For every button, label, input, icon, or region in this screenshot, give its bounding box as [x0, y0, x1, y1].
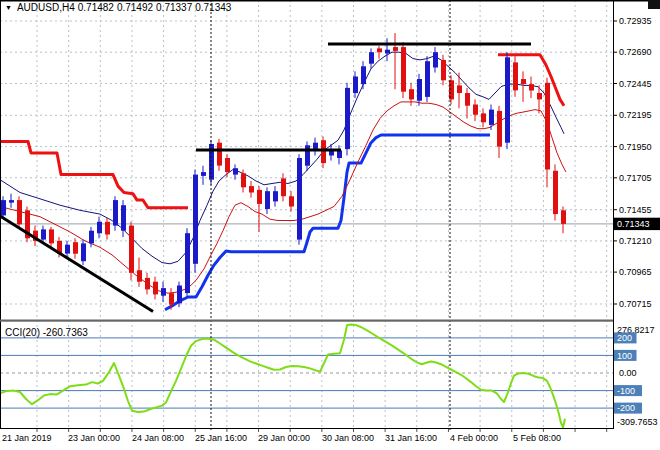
candle-body [273, 191, 278, 201]
plot-area[interactable] [0, 0, 613, 428]
cci-level-badge-label: -200 [617, 403, 635, 413]
candle-body [377, 48, 382, 52]
cci-zero-label: 0.00 [619, 368, 637, 378]
candle-body [105, 222, 110, 235]
candle-body [345, 88, 350, 149]
cci-level-badge-label: 200 [617, 333, 632, 343]
candle-body [289, 196, 294, 206]
candle-body [409, 89, 414, 99]
candle-body [417, 79, 422, 101]
candle-body [561, 210, 566, 224]
time-axis-label: 25 Jan 16:00 [195, 433, 247, 443]
candle-body [257, 190, 262, 204]
candle-body [65, 245, 70, 254]
pane-separator[interactable] [0, 320, 613, 322]
candle-body [49, 229, 54, 243]
candle-body [401, 47, 406, 92]
price-axis-label: 0.72445 [619, 79, 652, 89]
ohlc-close: 0.71343 [195, 2, 231, 13]
candle-body [529, 84, 534, 90]
candle-body [233, 168, 238, 174]
candle-body [217, 143, 222, 166]
candle-body [481, 113, 486, 122]
candle-body [353, 77, 358, 94]
time-axis-label: 5 Feb 08:00 [513, 433, 561, 443]
candle-body [489, 110, 494, 125]
cci-level-badge-label: -100 [617, 386, 635, 396]
price-axis-label: 0.71950 [619, 142, 652, 152]
candle-body [537, 93, 542, 99]
candle-body [201, 172, 206, 176]
candle-body [305, 145, 310, 165]
candle-body [425, 61, 430, 97]
candle-body [281, 178, 286, 196]
candle-body [161, 288, 166, 296]
candle-body [169, 293, 174, 305]
chart-title: ▼AUDUSD,H40.714820.714920.713370.71343 [5, 2, 234, 13]
ohlc-high: 0.71492 [117, 2, 153, 13]
cci-min-label: -309.7653 [617, 417, 658, 427]
candle-body [369, 52, 374, 64]
price-axis-label: 0.72935 [619, 16, 652, 26]
candle-body [265, 191, 270, 209]
candle-body [113, 200, 118, 226]
candle-body [433, 52, 438, 67]
candle-body [1, 200, 6, 215]
candle-body [249, 186, 254, 192]
candle-body [385, 50, 390, 54]
price-axis-label: 0.71455 [619, 205, 652, 215]
price-axis-label: 0.71705 [619, 173, 652, 183]
candle-body [473, 105, 478, 115]
candle-body [153, 282, 158, 295]
time-axis-label: 24 Jan 08:00 [132, 433, 184, 443]
time-axis-label: 29 Jan 00:00 [258, 433, 310, 443]
candle-body [321, 140, 326, 163]
price-axis-label: 0.70965 [619, 267, 652, 277]
candle-body [193, 175, 198, 264]
candle-body [441, 60, 446, 80]
candle-body [497, 111, 502, 147]
candle-body [553, 171, 558, 214]
chart-corner-box [648, 0, 660, 9]
candle-body [505, 57, 510, 142]
time-axis-label: 31 Jan 16:00 [385, 433, 437, 443]
candle-body [337, 150, 342, 158]
candle-body [457, 85, 462, 93]
ohlc-open: 0.71482 [78, 2, 114, 13]
candle-body [129, 226, 134, 273]
time-axis-label: 23 Jan 00:00 [68, 433, 120, 443]
candle-body [41, 229, 46, 239]
candle-body [121, 205, 126, 231]
cci-level-badge-label: 100 [617, 351, 632, 361]
current-price-badge-label: 0.71343 [617, 219, 650, 229]
ohlc-low: 0.71337 [156, 2, 192, 13]
symbol-period-label: AUDUSD,H4 [17, 2, 75, 13]
time-axis-label: 4 Feb 00:00 [450, 433, 498, 443]
candle-body [393, 47, 398, 51]
candle-body [545, 83, 550, 170]
time-axis-label: 30 Jan 08:00 [322, 433, 374, 443]
candle-body [145, 278, 150, 290]
candle-body [185, 233, 190, 293]
price-axis-label: 0.70715 [619, 299, 652, 309]
candle-body [361, 66, 366, 84]
candle-body [241, 173, 246, 187]
price-axis-label: 0.72690 [619, 47, 652, 57]
candle-body [225, 158, 230, 172]
candle-body [81, 243, 86, 261]
candle-body [177, 286, 182, 304]
candle-body [9, 200, 14, 203]
candle-body [89, 231, 94, 244]
candle-body [297, 158, 302, 240]
symbol-dropdown-icon[interactable]: ▼ [5, 4, 12, 11]
candle-body [465, 93, 470, 106]
price-axis-label: 0.71210 [619, 236, 652, 246]
price-axis-label: 0.72195 [619, 110, 652, 120]
candle-body [17, 200, 22, 224]
candle-body [521, 79, 526, 84]
candle-body [73, 242, 78, 254]
candle-body [137, 270, 142, 282]
candle-body [97, 222, 102, 234]
chart-canvas[interactable]: 0.729350.726900.724450.721950.719500.717… [0, 0, 660, 450]
mt4-chart-window[interactable]: 0.729350.726900.724450.721950.719500.717… [0, 0, 660, 450]
